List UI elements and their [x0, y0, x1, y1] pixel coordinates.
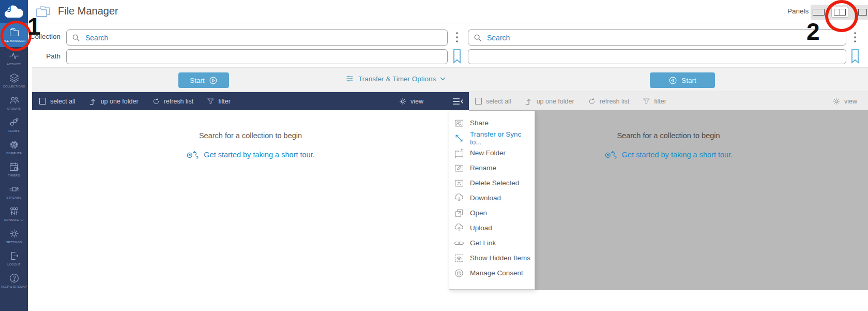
- sidebar-item-label: HELP & SITEMAP: [1, 285, 27, 288]
- collection-options-dots-left[interactable]: [455, 32, 459, 43]
- show-hidden-icon: [454, 253, 464, 263]
- menu-item-download[interactable]: Download: [449, 190, 535, 205]
- path-input-right[interactable]: [468, 49, 846, 64]
- up-one-folder-label: up one folder: [537, 98, 574, 105]
- help-icon: [9, 273, 20, 284]
- transfer-timer-options-label: Transfer & Timer Options: [358, 75, 436, 83]
- filter-label: filter: [654, 98, 666, 105]
- sidebar-item-label: COLLECTIONS: [3, 85, 25, 88]
- groups-icon: [9, 95, 20, 106]
- transfer-sync-icon: [454, 133, 464, 143]
- logo-letter: g: [7, 4, 11, 12]
- globus-logo[interactable]: g: [0, 0, 28, 23]
- tour-link-right[interactable]: Get started by taking a short tour.: [604, 150, 733, 159]
- start-button-label: Start: [681, 77, 696, 84]
- start-transfer-right-button[interactable]: Start: [650, 72, 715, 88]
- single-panel-icon: [813, 9, 825, 16]
- collection-search-input-right[interactable]: [486, 33, 841, 42]
- menu-item-delete-selected[interactable]: Delete Selected: [449, 175, 535, 190]
- menu-item-rename[interactable]: Rename: [449, 160, 535, 175]
- view-label: view: [844, 98, 857, 105]
- sidebar-item-timers[interactable]: TIMERS: [0, 158, 28, 181]
- sidebar-item-groups[interactable]: GROUPS: [0, 92, 28, 114]
- play-left-icon: [668, 76, 677, 85]
- split-panel-button[interactable]: [853, 7, 868, 17]
- select-all-right[interactable]: select all: [475, 97, 511, 105]
- menu-item-manage-consent[interactable]: Manage Consent: [449, 265, 535, 280]
- filter-label: filter: [218, 98, 231, 105]
- sidebar-item-streams[interactable]: STREAMS: [0, 181, 28, 203]
- timers-icon: [9, 161, 20, 172]
- transfer-timer-options[interactable]: Transfer & Timer Options: [345, 75, 446, 83]
- tour-icon: [186, 150, 200, 159]
- filter-icon: [207, 97, 215, 105]
- layers-icon: [9, 72, 20, 83]
- sidebar-item-label: STREAMS: [6, 196, 21, 199]
- upload-icon: [454, 223, 464, 233]
- sidebar-item-activity[interactable]: ACTIVITY: [0, 47, 28, 69]
- menu-item-get-link[interactable]: Get Link: [449, 235, 535, 250]
- consent-icon: [454, 268, 464, 278]
- left-panel-toolbar: select all up one folder refresh list fi…: [32, 92, 469, 110]
- sidebar-item-flows[interactable]: FLOWS: [0, 114, 28, 136]
- menu-item-upload[interactable]: Upload: [449, 220, 535, 235]
- collection-options-dots-right[interactable]: [854, 32, 857, 43]
- select-all-left[interactable]: select all: [39, 97, 75, 105]
- bookmark-icon-right[interactable]: [851, 49, 859, 64]
- menu-item-transfer-or-sync[interactable]: Transfer or Sync to...: [449, 130, 535, 145]
- compute-icon: [9, 139, 20, 150]
- sidebar-item-label: CONSOLE: [4, 218, 19, 221]
- sidebar-item-label: FILE MANAGER: [2, 39, 25, 42]
- up-one-folder-left[interactable]: up one folder: [89, 97, 139, 106]
- menu-item-label: Manage Consent: [470, 269, 523, 277]
- bookmark-icon-left[interactable]: [453, 49, 461, 64]
- sidebar-item-console[interactable]: CONSOLE: [0, 203, 28, 225]
- collapse-menu-button[interactable]: [452, 97, 464, 106]
- menu-item-open[interactable]: Open: [449, 205, 535, 220]
- two-panel-button[interactable]: [831, 7, 848, 18]
- sidebar-item-collections[interactable]: COLLECTIONS: [0, 69, 28, 92]
- new-folder-icon: [454, 148, 464, 158]
- left-panel-content: Search for a collection to begin Get sta…: [32, 110, 469, 290]
- delete-icon: [454, 178, 464, 188]
- view-left[interactable]: view: [399, 97, 423, 106]
- sidebar-item-label: GROUPS: [7, 107, 21, 110]
- menu-item-label: Upload: [470, 224, 492, 232]
- play-right-icon: [209, 76, 218, 85]
- up-one-folder-right[interactable]: up one folder: [525, 97, 574, 106]
- filter-right[interactable]: filter: [643, 97, 666, 105]
- panels-label: Panels: [787, 7, 809, 15]
- menu-item-new-folder[interactable]: New Folder: [449, 145, 535, 160]
- sidebar-item-settings[interactable]: SETTINGS: [0, 225, 28, 247]
- menu-item-label: Open: [470, 209, 487, 217]
- sidebar-item-compute[interactable]: COMPUTE: [0, 136, 28, 158]
- flows-icon: [9, 117, 20, 128]
- checkbox-icon: [39, 97, 47, 105]
- download-icon: [454, 193, 464, 203]
- sidebar-item-file-manager[interactable]: FILE MANAGER: [0, 23, 28, 47]
- single-panel-button[interactable]: [811, 7, 827, 17]
- sidebar-item-logout[interactable]: LOGOUT: [0, 247, 28, 270]
- refresh-icon: [588, 97, 596, 106]
- tour-link-left[interactable]: Get started by taking a short tour.: [186, 150, 314, 159]
- view-right[interactable]: view: [832, 97, 857, 106]
- sidebar-item-help-sitemap[interactable]: HELP & SITEMAP: [0, 270, 28, 292]
- refresh-list-left[interactable]: refresh list: [152, 97, 194, 106]
- menu-item-label: Show Hidden Items: [470, 254, 530, 262]
- menu-item-show-hidden-items[interactable]: Show Hidden Items: [449, 250, 535, 265]
- path-input-left[interactable]: [66, 49, 448, 64]
- filter-icon: [643, 97, 650, 105]
- collection-search-input-left[interactable]: [84, 33, 442, 42]
- transfer-action-row: Start Transfer & Timer Options Start: [32, 67, 868, 92]
- sidebar: g FILE MANAGER ACTIVITY COLLECTIONS GROU…: [0, 0, 28, 311]
- folder-icon: [9, 27, 20, 38]
- filter-left[interactable]: filter: [207, 97, 231, 105]
- page-title: File Manager: [58, 5, 118, 17]
- menu-item-share[interactable]: Share: [449, 115, 535, 130]
- start-transfer-left-button[interactable]: Start: [178, 72, 229, 88]
- refresh-list-label: refresh list: [164, 98, 194, 105]
- menu-item-label: Transfer or Sync to...: [470, 130, 535, 146]
- refresh-list-right[interactable]: refresh list: [588, 97, 630, 106]
- search-icon: [474, 34, 482, 42]
- share-icon: [454, 118, 464, 128]
